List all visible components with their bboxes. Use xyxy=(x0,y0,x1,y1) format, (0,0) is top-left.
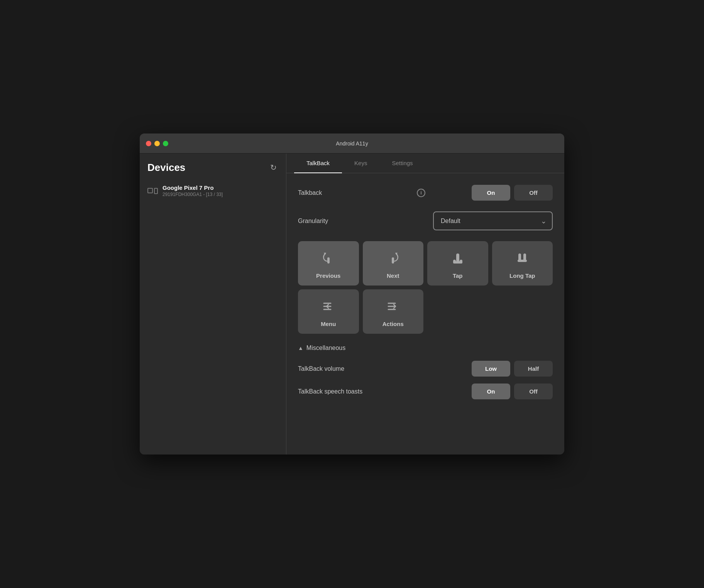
miscellaneous-label: Miscellaneous xyxy=(306,345,345,351)
device-list-item[interactable]: Google Pixel 7 Pro 29191FDH300GA1 - [13 … xyxy=(140,180,286,202)
traffic-lights xyxy=(146,141,168,146)
previous-label: Previous xyxy=(316,272,340,279)
actions-label: Actions xyxy=(382,321,404,327)
talkback-on-button[interactable]: On xyxy=(472,185,510,201)
device-icon-row xyxy=(147,188,158,194)
tab-talkback[interactable]: TalkBack xyxy=(294,154,342,173)
previous-button[interactable]: Previous xyxy=(298,241,359,286)
minimize-button[interactable] xyxy=(154,141,160,146)
next-button[interactable]: Next xyxy=(363,241,424,286)
volume-row: TalkBack volume Low Half xyxy=(298,361,553,377)
granularity-label: Granularity xyxy=(298,218,414,225)
main-panel: TalkBack Keys Settings Talkback i On xyxy=(286,154,564,455)
volume-low-button[interactable]: Low xyxy=(472,361,510,377)
svg-rect-2 xyxy=(327,257,330,261)
phone-icon xyxy=(154,188,158,194)
device-id: 29191FDH300GA1 - [13 / 33] xyxy=(162,192,223,197)
device-icon-group xyxy=(147,188,158,194)
device-name: Google Pixel 7 Pro xyxy=(162,184,223,191)
volume-controls: Low Half xyxy=(472,361,553,377)
tab-settings[interactable]: Settings xyxy=(379,154,425,173)
app-body: Devices ↻ Google Pixel 7 Pro 29191FDH300… xyxy=(140,154,564,455)
tap-label: Tap xyxy=(453,272,463,279)
volume-half-button[interactable]: Half xyxy=(514,361,553,377)
long-tap-icon xyxy=(514,250,531,268)
gesture-grid: Previous xyxy=(298,241,553,334)
menu-button[interactable]: Menu xyxy=(298,289,359,334)
app-window: Android A11y Devices ↻ Google Pixel 7 Pr… xyxy=(140,133,564,455)
long-tap-button[interactable]: Long Tap xyxy=(492,241,553,286)
menu-icon xyxy=(320,298,337,316)
tab-keys[interactable]: Keys xyxy=(342,154,379,173)
toasts-on-button[interactable]: On xyxy=(472,384,510,399)
talkback-row: Talkback i On Off xyxy=(298,185,553,201)
next-label: Next xyxy=(387,272,399,279)
long-tap-label: Long Tap xyxy=(509,272,535,279)
granularity-controls: Default Character Word Line Paragraph He… xyxy=(433,211,553,230)
granularity-select-wrapper: Default Character Word Line Paragraph He… xyxy=(433,211,553,230)
sidebar-title: Devices xyxy=(147,162,185,174)
talkback-toggle-group: On Off xyxy=(472,185,553,201)
tap-icon xyxy=(449,250,466,268)
info-icon[interactable]: i xyxy=(417,189,425,197)
previous-icon xyxy=(320,250,337,268)
svg-rect-9 xyxy=(453,261,462,264)
tab-bar: TalkBack Keys Settings xyxy=(286,154,564,173)
tap-button[interactable]: Tap xyxy=(427,241,488,286)
talkback-off-button[interactable]: Off xyxy=(514,185,553,201)
talkback-content: Talkback i On Off Granularity xyxy=(286,173,564,455)
granularity-row: Granularity Default Character Word Line … xyxy=(298,211,553,230)
maximize-button[interactable] xyxy=(163,141,168,146)
sidebar: Devices ↻ Google Pixel 7 Pro 29191FDH300… xyxy=(140,154,286,455)
toasts-off-button[interactable]: Off xyxy=(514,384,553,399)
actions-button[interactable]: Actions xyxy=(363,289,424,334)
sidebar-header: Devices ↻ xyxy=(140,161,286,180)
misc-chevron-icon: ▲ xyxy=(298,345,303,351)
svg-rect-6 xyxy=(456,253,459,262)
toasts-label: TalkBack speech toasts xyxy=(298,388,414,395)
granularity-select[interactable]: Default Character Word Line Paragraph He… xyxy=(433,211,553,230)
refresh-button[interactable]: ↻ xyxy=(269,161,278,174)
svg-rect-5 xyxy=(392,257,394,261)
svg-rect-12 xyxy=(518,260,527,262)
device-info: Google Pixel 7 Pro 29191FDH300GA1 - [13 … xyxy=(162,184,223,197)
talkback-label: Talkback xyxy=(298,189,414,196)
close-button[interactable] xyxy=(146,141,151,146)
title-bar: Android A11y xyxy=(140,133,564,154)
miscellaneous-header[interactable]: ▲ Miscellaneous xyxy=(298,345,553,351)
menu-label: Menu xyxy=(321,321,336,327)
toasts-row: TalkBack speech toasts On Off xyxy=(298,384,553,399)
next-icon xyxy=(384,250,401,268)
tablet-icon xyxy=(147,188,153,193)
actions-icon xyxy=(384,298,401,316)
window-title: Android A11y xyxy=(336,140,368,147)
toasts-controls: On Off xyxy=(472,384,553,399)
volume-label: TalkBack volume xyxy=(298,365,414,372)
